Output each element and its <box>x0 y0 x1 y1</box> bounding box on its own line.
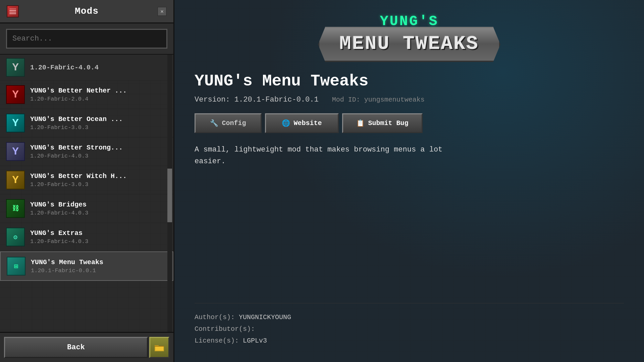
mods-icon <box>7 5 19 17</box>
extras-mod-icon: ⚙ <box>6 228 25 246</box>
authors-value: YUNGNICKYOUNG <box>239 313 291 321</box>
banner-yung-text: YUNG'S <box>380 13 438 29</box>
panel-header: Mods ✕ <box>0 0 173 23</box>
list-item[interactable]: ⛓ YUNG's Bridges 1.20-Fabric-4.0.3 <box>0 194 173 223</box>
menu-tweaks-mod-icon: ⊞ <box>7 257 25 276</box>
authors-label: Author(s): <box>195 313 235 321</box>
mod-info: YUNG's Better Ocean ... 1.20-Fabric-3.0.… <box>30 115 167 131</box>
website-label: Website <box>293 119 322 127</box>
stronghold-mod-icon: Y <box>6 142 25 161</box>
list-item[interactable]: Y 1.20-Fabric-4.0.4 <box>0 55 173 80</box>
mod-info: YUNG's Better Strong... 1.20-Fabric-4.0.… <box>30 144 167 159</box>
banner-container: YUNG'S MENU TWEAKS <box>318 13 500 62</box>
mod-detail-meta: Version: 1.20.1-Fabric-0.0.1 Mod ID: yun… <box>195 96 624 104</box>
right-panel: YUNG'S MENU TWEAKS YUNG's Menu Tweaks Ve… <box>174 0 644 362</box>
ocean-mod-icon: Y <box>6 114 25 132</box>
nether-mod-icon: Y <box>6 85 25 104</box>
back-button[interactable]: Back <box>4 337 148 358</box>
mod-name: YUNG's Extras <box>30 229 167 237</box>
mod-version: 1.20-Fabric-4.0.3 <box>30 210 167 216</box>
mod-info: 1.20-Fabric-4.0.4 <box>30 64 167 71</box>
mod-info: YUNG's Better Nether ... 1.20-Fabric-2.0… <box>30 87 167 102</box>
folder-icon <box>155 344 164 351</box>
left-panel: Mods ✕ Y 1.20-Fabric-4.0.4 Y YUNG's Bett… <box>0 0 174 362</box>
folder-button[interactable] <box>149 337 169 358</box>
mod-info: YUNG's Menu Tweaks 1.20.1-Fabric-0.0.1 <box>31 258 167 274</box>
mod-description: A small, lightweight mod that makes brow… <box>195 144 456 167</box>
mod-name: YUNG's Better Strong... <box>30 144 167 152</box>
scrollbar-thumb[interactable] <box>167 169 172 222</box>
bug-icon: 📋 <box>356 119 365 127</box>
mod-id-label: Mod ID: yungsmenutweaks <box>332 96 425 104</box>
mod-name: YUNG's Better Nether ... <box>30 87 167 95</box>
mod-actions: 🔧 Config 🌐 Website 📋 Submit Bug <box>195 113 624 133</box>
mod-version: 1.20-Fabric-4.0.3 <box>30 238 167 245</box>
authors-line: Author(s): YUNGNICKYOUNG <box>195 313 624 321</box>
list-item[interactable]: Y YUNG's Better Ocean ... 1.20-Fabric-3.… <box>0 109 173 137</box>
search-input[interactable] <box>6 29 167 49</box>
list-item-active[interactable]: ⊞ YUNG's Menu Tweaks 1.20.1-Fabric-0.0.1 <box>0 251 173 281</box>
list-item[interactable]: ⚙ YUNG's Extras 1.20-Fabric-4.0.3 <box>0 223 173 251</box>
contributors-line: Contributor(s): <box>195 325 624 333</box>
mod-footer: Author(s): YUNGNICKYOUNG Contributor(s):… <box>195 303 624 349</box>
mod-version: 1.20-Fabric-2.0.4 <box>30 96 167 102</box>
bottom-buttons: Back <box>0 332 173 362</box>
list-item[interactable]: Y YUNG's Better Witch H... 1.20-Fabric-3… <box>0 166 173 194</box>
banner-main-box: MENU TWEAKS <box>318 27 500 62</box>
config-icon: 🔧 <box>210 119 218 127</box>
contributors-label: Contributor(s): <box>195 325 255 333</box>
website-button[interactable]: 🌐 Website <box>265 113 339 133</box>
config-label: Config <box>222 119 246 127</box>
license-line: License(s): LGPLv3 <box>195 337 624 345</box>
mod-detail-title: YUNG's Menu Tweaks <box>195 72 624 90</box>
bridges-mod-icon: ⛓ <box>6 199 25 218</box>
mod-name: YUNG's Menu Tweaks <box>31 258 167 266</box>
mod-version: 1.20-Fabric-3.0.3 <box>30 181 167 188</box>
submit-bug-button[interactable]: 📋 Submit Bug <box>342 113 423 133</box>
mod-banner: YUNG'S MENU TWEAKS <box>195 13 624 62</box>
mod-version: 1.20-Fabric-3.0.3 <box>30 124 167 131</box>
close-button[interactable]: ✕ <box>157 7 167 16</box>
mod-version: 1.20-Fabric-4.0.3 <box>30 153 167 159</box>
mod-version: 1.20.1-Fabric-0.0.1 <box>31 267 167 274</box>
mod-icon: Y <box>6 58 25 77</box>
config-button[interactable]: 🔧 Config <box>195 113 262 133</box>
list-item[interactable]: Y YUNG's Better Nether ... 1.20-Fabric-2… <box>0 80 173 109</box>
panel-title: Mods <box>75 6 99 16</box>
mod-info: YUNG's Extras 1.20-Fabric-4.0.3 <box>30 229 167 245</box>
submit-bug-label: Submit Bug <box>368 119 408 127</box>
scrollbar-track[interactable] <box>167 55 172 332</box>
list-item[interactable]: Y YUNG's Better Strong... 1.20-Fabric-4.… <box>0 137 173 166</box>
svg-rect-2 <box>155 347 163 351</box>
website-icon: 🌐 <box>282 119 290 127</box>
license-value: LGPLv3 <box>243 337 267 345</box>
mod-version-label: Version: 1.20.1-Fabric-0.0.1 <box>195 96 319 104</box>
mod-name: YUNG's Bridges <box>30 201 167 208</box>
svg-rect-3 <box>155 346 164 347</box>
witch-mod-icon: Y <box>6 171 25 189</box>
mod-name: 1.20-Fabric-4.0.4 <box>30 64 167 71</box>
search-container <box>0 23 173 55</box>
mod-name: YUNG's Better Witch H... <box>30 172 167 180</box>
mod-list-wrapper: Y 1.20-Fabric-4.0.4 Y YUNG's Better Neth… <box>0 55 173 332</box>
mod-info: YUNG's Better Witch H... 1.20-Fabric-3.0… <box>30 172 167 188</box>
banner-main-text: MENU TWEAKS <box>339 33 479 55</box>
mod-name: YUNG's Better Ocean ... <box>30 115 167 123</box>
mod-info: YUNG's Bridges 1.20-Fabric-4.0.3 <box>30 201 167 216</box>
license-label: License(s): <box>195 337 239 345</box>
